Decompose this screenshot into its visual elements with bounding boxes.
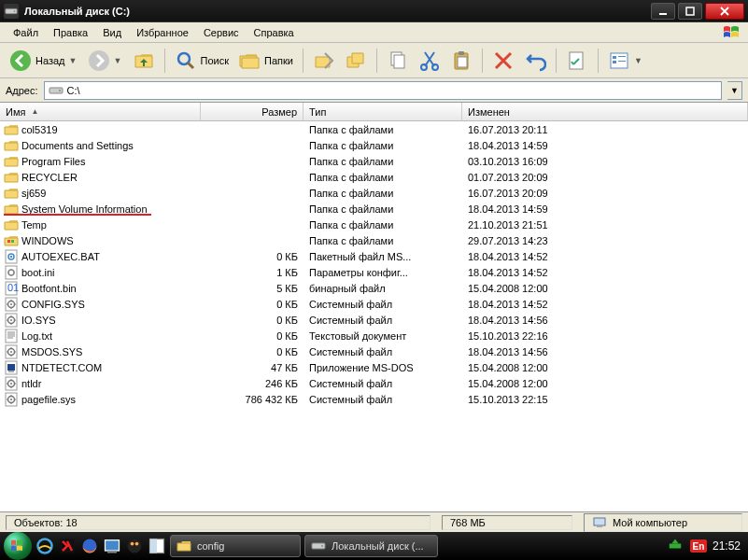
file-size: 0 КБ [201,251,303,262]
quicklaunch-show-desktop-icon[interactable] [103,537,121,555]
start-button[interactable] [4,532,32,560]
search-button[interactable]: Поиск [171,48,233,74]
file-type: Папка с файлами [303,219,462,231]
file-name: CONFIG.SYS [21,299,85,310]
menu-tools[interactable]: Сервис [196,25,247,40]
file-size: 786 432 КБ [201,394,303,405]
col-type[interactable]: Тип [303,103,462,120]
file-type: Папка с файлами [303,124,462,135]
quicklaunch-firefox-icon[interactable] [80,537,99,555]
toolbar: Назад ▼ ▼ Поиск Папки ▼ [0,43,748,78]
ini-icon [4,265,19,280]
forward-button[interactable]: ▼ [84,48,127,74]
close-button[interactable] [705,3,744,20]
file-row[interactable]: TempПапка с файлами21.10.2013 21:51 [0,217,748,232]
file-name: AUTOEXEC.BAT [21,251,100,262]
chevron-down-icon[interactable]: ▼ [114,56,123,65]
file-row[interactable]: RECYCLERПапка с файлами01.07.2013 20:09 [0,169,748,185]
clock[interactable]: 21:52 [713,539,741,553]
file-row[interactable]: System Volume InformationПапка с файлами… [0,201,748,217]
minimize-button[interactable] [651,3,675,20]
quicklaunch-app-icon[interactable] [125,537,144,555]
properties-button[interactable] [562,48,592,74]
file-row[interactable]: boot.ini1 КБПараметры конфиг...18.04.201… [0,264,748,280]
computer-icon [592,515,607,530]
language-indicator[interactable]: En [690,539,707,553]
file-row[interactable]: ntldr246 КБСистемный файл15.04.2008 12:0… [0,375,748,391]
file-modified: 18.04.2013 14:56 [462,346,748,357]
file-type: Пакетный файл MS... [303,251,462,262]
quicklaunch-ie-icon[interactable] [35,537,54,555]
copy-to-button[interactable] [341,48,371,74]
file-type: Текстовый документ [303,330,462,342]
menu-favorites[interactable]: Избранное [129,25,196,40]
undo-button[interactable] [520,48,550,74]
back-button[interactable]: Назад ▼ [6,48,82,74]
file-row[interactable]: CONFIG.SYS0 КБСистемный файл18.04.2013 1… [0,296,748,312]
col-modified[interactable]: Изменен [462,103,748,120]
file-size: 0 КБ [201,346,303,357]
file-row[interactable]: Log.txt0 КБТекстовый документ15.10.2013 … [0,328,748,343]
folders-button[interactable]: Папки [234,48,297,74]
menu-file[interactable]: Файл [6,25,46,40]
file-row[interactable]: WINDOWSПапка с файлами29.07.2013 14:23 [0,232,748,248]
tray-safely-remove-icon[interactable] [666,537,684,555]
file-type: Папка с файлами [303,188,462,199]
menu-help[interactable]: Справка [247,25,302,40]
up-button[interactable] [129,48,159,74]
file-type: Приложение MS-DOS [303,362,462,373]
file-row[interactable]: IO.SYS0 КБСистемный файл18.04.2013 14:56 [0,312,748,328]
address-dropdown[interactable]: ▼ [727,81,742,100]
views-button[interactable]: ▼ [604,48,647,74]
file-list[interactable]: col5319Папка с файлами16.07.2013 20:11Do… [0,121,748,511]
file-name: Log.txt [21,330,52,342]
file-modified: 18.04.2013 14:52 [462,267,748,278]
file-name: Temp [21,219,47,231]
folder-win-icon [4,233,19,248]
file-name: WINDOWS [21,235,74,246]
file-row[interactable]: Documents and SettingsПапка с файлами18.… [0,137,748,153]
file-name: MSDOS.SYS [21,346,82,357]
svg-point-29 [128,539,142,553]
svg-rect-23 [597,525,602,527]
cut-button[interactable] [415,48,445,74]
status-disk: 768 МБ [442,515,572,530]
menu-view[interactable]: Вид [95,25,129,40]
chevron-down-icon[interactable]: ▼ [634,56,643,65]
file-row[interactable]: AUTOEXEC.BAT0 КБПакетный файл MS...18.04… [0,248,748,264]
copy-button[interactable] [383,48,413,74]
move-to-button[interactable] [309,48,339,74]
svg-rect-27 [106,540,120,551]
file-row[interactable]: NTDETECT.COM47 КБПриложение MS-DOS15.04.… [0,359,748,375]
file-name: Documents and Settings [21,140,134,151]
file-row[interactable]: col5319Папка с файлами16.07.2013 20:11 [0,121,748,137]
back-label: Назад [35,55,65,66]
col-name[interactable]: Имя▲ [0,103,201,120]
maximize-button[interactable] [678,3,702,20]
taskbar-item-explorer[interactable]: Локальный диск (... [304,535,438,557]
address-input[interactable]: C:\ [44,81,722,100]
file-modified: 16.07.2013 20:09 [462,188,748,199]
drive-icon [4,4,19,19]
menu-edit[interactable]: Правка [46,25,95,40]
file-modified: 01.07.2013 20:09 [462,172,748,183]
quicklaunch-kaspersky-icon[interactable] [58,537,77,555]
file-size: 0 КБ [201,315,303,326]
taskbar-item-config[interactable]: config [170,535,301,557]
drive-icon [311,539,326,553]
col-size[interactable]: Размер [201,103,303,120]
delete-button[interactable] [488,48,518,74]
file-row[interactable]: sj659Папка с файлами16.07.2013 20:09 [0,185,748,201]
chevron-down-icon[interactable]: ▼ [69,56,78,65]
file-row[interactable]: Program FilesПапка с файлами03.10.2013 1… [0,153,748,169]
file-row[interactable]: Bootfont.bin5 КБбинарный файл15.04.2008 … [0,280,748,296]
quicklaunch-totalcmd-icon[interactable] [148,537,166,555]
file-name: col5319 [21,124,58,135]
paste-button[interactable] [446,48,476,74]
svg-point-35 [321,545,323,547]
folder-icon [4,138,19,153]
svg-rect-28 [107,551,117,553]
file-row[interactable]: pagefile.sys786 432 КБСистемный файл15.1… [0,391,748,407]
separator [303,49,303,73]
file-row[interactable]: MSDOS.SYS0 КБСистемный файл18.04.2013 14… [0,343,748,359]
